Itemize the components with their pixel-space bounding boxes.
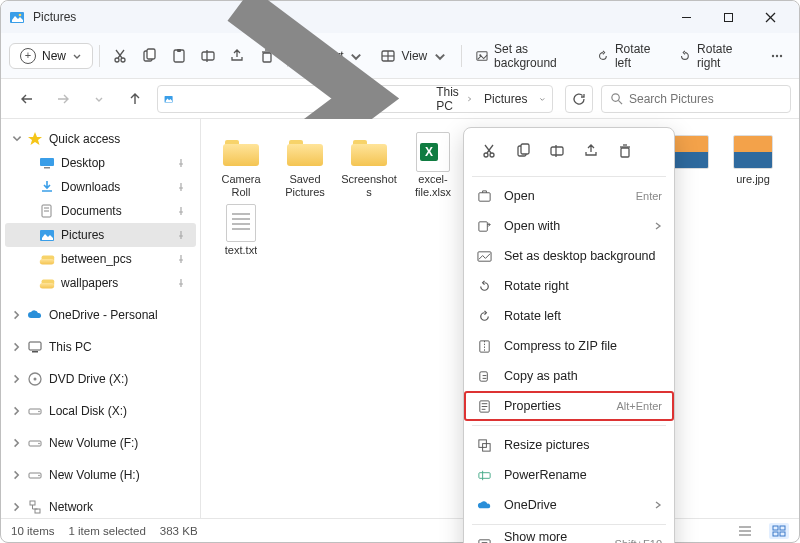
maximize-button[interactable]: [707, 3, 749, 31]
cut-button[interactable]: [106, 40, 133, 72]
svg-rect-40: [29, 342, 41, 350]
svg-point-49: [38, 475, 40, 477]
close-button[interactable]: [749, 3, 791, 31]
pictures-folder-icon: [164, 92, 173, 106]
ctx-resize[interactable]: Resize pictures: [464, 430, 674, 460]
folder-icon: [223, 138, 259, 166]
star-icon: [27, 131, 43, 147]
open-icon: [476, 188, 492, 204]
up-button[interactable]: [121, 85, 149, 113]
copy-button[interactable]: [135, 40, 162, 72]
pin-icon: [176, 278, 186, 288]
svg-rect-65: [551, 147, 563, 155]
rotate-right-button[interactable]: Rotate right: [671, 38, 757, 74]
pin-icon: [176, 230, 186, 240]
recent-button[interactable]: [85, 85, 113, 113]
chevron-down-icon: [72, 51, 82, 61]
ctx-open-with[interactable]: Open with: [464, 211, 674, 241]
list-item[interactable]: Camera Roll: [213, 131, 269, 198]
network-icon: [27, 499, 43, 515]
search-box[interactable]: [601, 85, 791, 113]
sidebar-item-downloads[interactable]: Downloads: [5, 175, 196, 199]
explorer-window: Pictures + New Sort View: [0, 0, 800, 543]
chevron-right-icon: [654, 501, 662, 509]
rotate-left-button[interactable]: Rotate left: [589, 38, 669, 74]
list-item[interactable]: text.txt: [213, 202, 269, 257]
image-thumb-icon: [733, 135, 773, 169]
thumbnails-view-toggle[interactable]: [769, 523, 789, 539]
ctx-set-bg[interactable]: Set as desktop background: [464, 241, 674, 271]
svg-rect-71: [478, 221, 486, 230]
sidebar-item-desktop[interactable]: Desktop: [5, 151, 196, 175]
sidebar-quick-access[interactable]: Quick access: [5, 127, 196, 151]
rotate-left-icon: [597, 49, 609, 63]
excel-icon: [416, 132, 450, 172]
ctx-rotate-left[interactable]: Rotate left: [464, 301, 674, 331]
sidebar-thispc[interactable]: This PC: [5, 335, 196, 359]
ctx-show-more[interactable]: Show more options Shift+F10: [464, 529, 674, 543]
open-with-icon: [476, 218, 492, 234]
sidebar-network[interactable]: Network: [5, 495, 196, 518]
computer-icon: [27, 339, 43, 355]
status-selection: 1 item selected: [68, 525, 145, 537]
address-bar[interactable]: This PC Pictures: [157, 85, 553, 113]
zip-icon: [476, 338, 492, 354]
ctx-copy-button[interactable]: [510, 138, 536, 164]
sidebar-item-pictures[interactable]: Pictures: [5, 223, 196, 247]
list-item[interactable]: ure.jpg: [725, 131, 781, 198]
svg-rect-33: [40, 158, 54, 166]
breadcrumb[interactable]: This PC: [432, 85, 476, 113]
ctx-open[interactable]: Open Enter: [464, 181, 674, 211]
back-button[interactable]: [13, 85, 41, 113]
sidebar-item-documents[interactable]: Documents: [5, 199, 196, 223]
forward-button[interactable]: [49, 85, 77, 113]
ctx-copy-path[interactable]: Copy as path: [464, 361, 674, 391]
breadcrumb[interactable]: Pictures: [480, 92, 531, 106]
sidebar-onedrive[interactable]: OneDrive - Personal: [5, 303, 196, 327]
ctx-compress[interactable]: Compress to ZIP file: [464, 331, 674, 361]
ctx-onedrive[interactable]: OneDrive: [464, 490, 674, 520]
ctx-powerrename[interactable]: PowerRename: [464, 460, 674, 490]
sidebar-dvd[interactable]: DVD Drive (X:): [5, 367, 196, 391]
svg-point-7: [115, 58, 119, 62]
search-input[interactable]: [629, 92, 782, 106]
pictures-icon: [39, 227, 55, 243]
list-item[interactable]: excel-file.xlsx: [405, 131, 461, 198]
sidebar-newvol-f[interactable]: New Volume (F:): [5, 431, 196, 455]
ctx-rotate-right[interactable]: Rotate right: [464, 271, 674, 301]
ctx-rename-button[interactable]: [544, 138, 570, 164]
svg-line-31: [618, 100, 622, 104]
refresh-button[interactable]: [565, 85, 593, 113]
more-button[interactable]: [764, 40, 791, 72]
svg-rect-58: [780, 532, 785, 536]
picture-icon: [476, 248, 492, 264]
list-item[interactable]: Screenshots: [341, 131, 397, 198]
svg-point-59: [484, 153, 488, 157]
desktop-icon: [39, 155, 55, 171]
onedrive-icon: [27, 307, 43, 323]
drive-icon: [27, 403, 43, 419]
svg-point-30: [612, 94, 619, 101]
ctx-share-button[interactable]: [578, 138, 604, 164]
ctx-delete-button[interactable]: [612, 138, 638, 164]
status-bar: 10 items 1 item selected 383 KB: [1, 518, 799, 542]
ctx-properties[interactable]: Properties Alt+Enter: [464, 391, 674, 421]
sidebar-localdisk[interactable]: Local Disk (X:): [5, 399, 196, 423]
svg-rect-50: [30, 501, 35, 505]
sidebar-newvol-h[interactable]: New Volume (H:): [5, 463, 196, 487]
svg-point-26: [776, 54, 778, 56]
ctx-cut-button[interactable]: [476, 138, 502, 164]
copy-path-icon: [476, 368, 492, 384]
sidebar-item-wallpapers[interactable]: wallpapers: [5, 271, 196, 295]
chevron-down-icon[interactable]: [539, 94, 546, 104]
list-item[interactable]: Saved Pictures: [277, 131, 333, 198]
minimize-button[interactable]: [665, 3, 707, 31]
details-view-toggle[interactable]: [735, 523, 755, 539]
set-background-button[interactable]: Set as background: [468, 38, 587, 74]
svg-point-27: [780, 54, 782, 56]
pin-icon: [176, 206, 186, 216]
sidebar-item-betweenpcs[interactable]: between_pcs: [5, 247, 196, 271]
new-button[interactable]: + New: [9, 43, 93, 69]
svg-rect-72: [477, 251, 490, 260]
svg-rect-57: [773, 532, 778, 536]
